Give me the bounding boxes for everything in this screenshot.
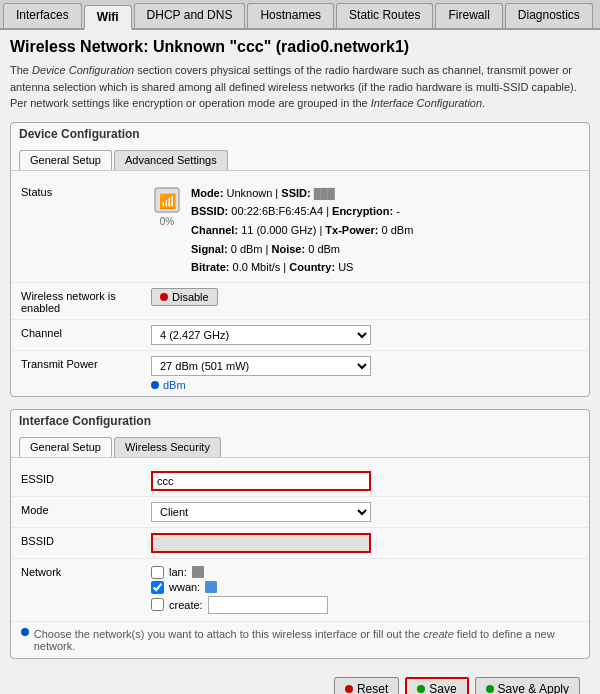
essid-row: ESSID xyxy=(11,466,589,497)
bssid-row: BSSID xyxy=(11,528,589,559)
dbm-help[interactable]: dBm xyxy=(151,379,579,391)
svg-text:📶: 📶 xyxy=(159,193,177,210)
interface-sub-tabs: General Setup Wireless Security xyxy=(11,432,589,458)
status-row: Status 📶 0% Mode: Unknown | SSID: ███ BS… xyxy=(11,179,589,283)
save-button[interactable]: Save xyxy=(405,677,468,694)
bssid-value xyxy=(151,533,579,553)
status-label: Status xyxy=(21,184,151,198)
mode-row: Mode Client Access Point Adhoc Monitor xyxy=(11,497,589,528)
status-info: Mode: Unknown | SSID: ███ BSSID: 00:22:6… xyxy=(191,184,413,277)
tab-hostnames[interactable]: Hostnames xyxy=(247,3,334,28)
tab-diagnostics[interactable]: Diagnostics xyxy=(505,3,593,28)
bottom-bar: Reset Save Save & Apply xyxy=(10,671,590,694)
wwan-checkbox[interactable] xyxy=(151,581,164,594)
wwan-label: wwan: xyxy=(169,581,200,593)
interface-config-section: Interface Configuration General Setup Wi… xyxy=(10,409,590,659)
create-checkbox[interactable] xyxy=(151,598,164,611)
dbm-info-icon xyxy=(151,381,159,389)
channel-select[interactable]: 4 (2.427 GHz) xyxy=(151,325,371,345)
save-apply-icon xyxy=(486,685,494,693)
channel-value: 4 (2.427 GHz) xyxy=(151,325,579,345)
lan-icon xyxy=(192,566,204,578)
tab-bar: Interfaces Wifi DHCP and DNS Hostnames S… xyxy=(0,0,600,30)
network-value: lan: wwan: create: xyxy=(151,564,579,616)
mode-label: Mode xyxy=(21,502,151,516)
tab-interfaces[interactable]: Interfaces xyxy=(3,3,82,28)
lan-checkbox[interactable] xyxy=(151,566,164,579)
channel-row: Channel 4 (2.427 GHz) xyxy=(11,320,589,351)
help-icon xyxy=(21,628,29,636)
network-label: Network xyxy=(21,564,151,578)
bssid-label: BSSID xyxy=(21,533,151,547)
mode-value: Client Access Point Adhoc Monitor xyxy=(151,502,579,522)
reset-label: Reset xyxy=(357,682,388,694)
status-icon-container: 📶 0% xyxy=(151,184,183,227)
channel-label: Channel xyxy=(21,325,151,339)
tab-static-routes[interactable]: Static Routes xyxy=(336,3,433,28)
tab-wifi[interactable]: Wifi xyxy=(84,5,132,30)
device-config-section: Device Configuration General Setup Advan… xyxy=(10,122,590,397)
lan-network-row: lan: xyxy=(151,566,579,579)
disable-button[interactable]: Disable xyxy=(151,288,218,306)
page-title: Wireless Network: Unknown "ccc" (radio0.… xyxy=(10,38,590,56)
lan-label: lan: xyxy=(169,566,187,578)
save-icon xyxy=(417,685,425,693)
bssid-input[interactable] xyxy=(151,533,371,553)
interface-config-title: Interface Configuration xyxy=(11,410,589,432)
device-config-title: Device Configuration xyxy=(11,123,589,145)
wifi-icon: 📶 xyxy=(151,184,183,216)
transmit-power-value: 27 dBm (501 mW) dBm xyxy=(151,356,579,391)
device-sub-tabs: General Setup Advanced Settings xyxy=(11,145,589,171)
create-input[interactable] xyxy=(208,596,328,614)
disable-label: Disable xyxy=(172,291,209,303)
wireless-enabled-label: Wireless network is enabled xyxy=(21,288,151,314)
create-label: create: xyxy=(169,599,203,611)
tab-firewall[interactable]: Firewall xyxy=(435,3,502,28)
essid-input[interactable] xyxy=(151,471,371,491)
help-text: Choose the network(s) you want to attach… xyxy=(34,628,579,652)
disable-icon xyxy=(160,293,168,301)
status-value: 📶 0% Mode: Unknown | SSID: ███ BSSID: 00… xyxy=(151,184,579,277)
create-network-row: create: xyxy=(151,596,579,614)
transmit-power-select[interactable]: 27 dBm (501 mW) xyxy=(151,356,371,376)
reset-button[interactable]: Reset xyxy=(334,677,399,694)
wireless-enabled-value: Disable xyxy=(151,288,579,306)
transmit-power-row: Transmit Power 27 dBm (501 mW) dBm xyxy=(11,351,589,396)
save-apply-button[interactable]: Save & Apply xyxy=(475,677,580,694)
dbm-label: dBm xyxy=(163,379,186,391)
page-content: Wireless Network: Unknown "ccc" (radio0.… xyxy=(0,30,600,694)
device-advanced-settings-tab[interactable]: Advanced Settings xyxy=(114,150,228,170)
reset-icon xyxy=(345,685,353,693)
tab-dhcp-dns[interactable]: DHCP and DNS xyxy=(134,3,246,28)
save-label: Save xyxy=(429,682,456,694)
transmit-power-label: Transmit Power xyxy=(21,356,151,370)
essid-label: ESSID xyxy=(21,471,151,485)
signal-percent: 0% xyxy=(160,216,174,227)
save-apply-label: Save & Apply xyxy=(498,682,569,694)
page-description: The Device Configuration section covers … xyxy=(10,62,590,112)
wireless-enabled-row: Wireless network is enabled Disable xyxy=(11,283,589,320)
device-general-setup-tab[interactable]: General Setup xyxy=(19,150,112,170)
interface-general-setup-tab[interactable]: General Setup xyxy=(19,437,112,457)
network-row: Network lan: wwan: create: xyxy=(11,559,589,622)
wwan-icon xyxy=(205,581,217,593)
essid-value xyxy=(151,471,579,491)
wwan-network-row: wwan: xyxy=(151,581,579,594)
interface-wireless-security-tab[interactable]: Wireless Security xyxy=(114,437,221,457)
mode-select[interactable]: Client Access Point Adhoc Monitor xyxy=(151,502,371,522)
network-help: Choose the network(s) you want to attach… xyxy=(11,628,589,658)
